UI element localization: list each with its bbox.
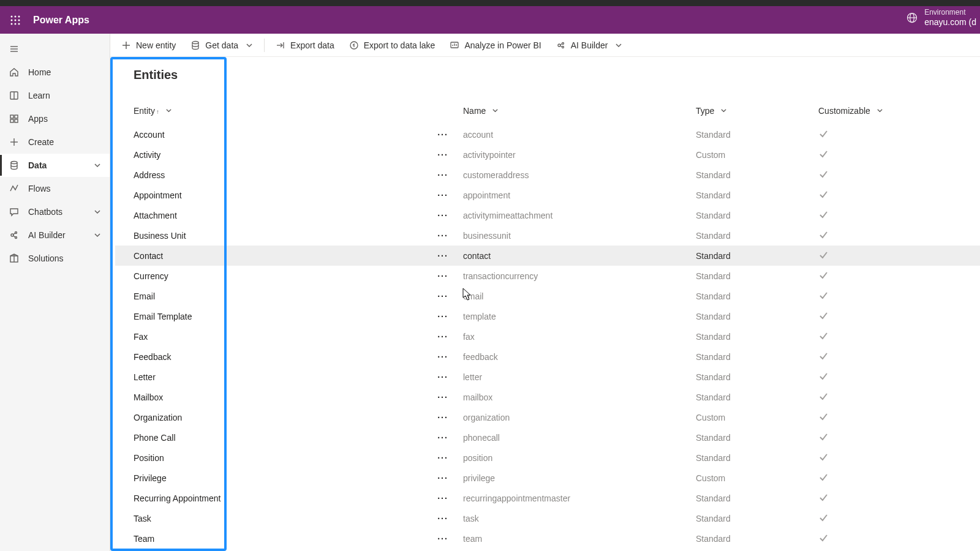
sidebar-item-learn[interactable]: Learn — [0, 84, 110, 107]
cell-name: appointment — [458, 185, 691, 205]
cell-customizable — [813, 508, 980, 528]
sidebar-item-hamburger[interactable] — [0, 37, 110, 61]
row-more-button[interactable]: ··· — [428, 427, 458, 448]
row-more-button[interactable]: ··· — [428, 347, 458, 367]
table-row[interactable]: Attachment···activitymimeattachmentStand… — [115, 205, 980, 225]
export-lake-button[interactable]: Export to data lake — [343, 35, 442, 56]
cell-name: task — [458, 508, 691, 528]
row-more-button[interactable]: ··· — [428, 528, 458, 549]
table-row[interactable]: Email Template···templateStandard — [115, 306, 980, 326]
sidebar-item-apps[interactable]: Apps — [0, 107, 110, 130]
cell-type: Standard — [691, 508, 813, 528]
get-data-button[interactable]: Get data — [184, 35, 259, 56]
column-name[interactable]: Name — [458, 100, 691, 124]
table-row[interactable]: Fax···faxStandard — [115, 326, 980, 347]
table-row[interactable]: Currency···transactioncurrencyStandard — [115, 266, 980, 286]
plus-icon — [9, 137, 20, 148]
row-more-button[interactable]: ··· — [428, 488, 458, 508]
row-more-button[interactable]: ··· — [428, 266, 458, 286]
table-row[interactable]: Contact···contactStandard — [115, 246, 980, 266]
table-row[interactable]: Activity···activitypointerCustom — [115, 144, 980, 165]
sidebar-item-create[interactable]: Create — [0, 130, 110, 154]
row-more-button[interactable]: ··· — [428, 144, 458, 165]
analyze-label: Analyze in Power BI — [464, 40, 541, 50]
row-more-button[interactable]: ··· — [428, 225, 458, 246]
table-row[interactable]: Position···positionStandard — [115, 448, 980, 468]
check-icon — [818, 411, 828, 421]
row-more-button[interactable]: ··· — [428, 185, 458, 205]
home-icon — [9, 67, 20, 78]
row-more-button[interactable]: ··· — [428, 448, 458, 468]
sidebar-item-flows[interactable]: Flows — [0, 177, 110, 200]
row-more-button[interactable]: ··· — [428, 124, 458, 144]
chart-icon — [450, 40, 459, 50]
row-more-button[interactable]: ··· — [428, 205, 458, 225]
svg-rect-19 — [10, 119, 13, 122]
row-more-button[interactable]: ··· — [428, 407, 458, 427]
row-more-button[interactable]: ··· — [428, 508, 458, 528]
sidebar-item-aibuilder[interactable]: AI Builder — [0, 223, 110, 247]
menu-icon — [9, 43, 20, 54]
svg-line-42 — [560, 43, 562, 45]
cell-customizable — [813, 286, 980, 306]
table-row[interactable]: Email···emailStandard — [115, 286, 980, 306]
sidebar-item-home[interactable]: Home — [0, 61, 110, 84]
environment-picker[interactable]: Environment enayu.com (d — [906, 9, 976, 27]
cell-customizable — [813, 427, 980, 448]
check-icon — [818, 472, 828, 482]
row-more-button[interactable]: ··· — [428, 165, 458, 185]
row-more-button[interactable]: ··· — [428, 468, 458, 488]
table-row[interactable]: Business Unit···businessunitStandard — [115, 225, 980, 246]
cell-entity: Letter — [115, 367, 428, 387]
sidebar-item-label: Apps — [28, 114, 48, 124]
cell-name: feedback — [458, 347, 691, 367]
waffle-button[interactable] — [5, 10, 26, 31]
row-more-button[interactable]: ··· — [428, 286, 458, 306]
check-icon — [818, 533, 828, 542]
get-data-label: Get data — [205, 40, 238, 50]
app-title: Power Apps — [33, 15, 89, 26]
row-more-button[interactable]: ··· — [428, 367, 458, 387]
row-more-button[interactable]: ··· — [428, 306, 458, 326]
cell-type: Standard — [691, 225, 813, 246]
analyze-powerbi-button[interactable]: Analyze in Power BI — [443, 35, 547, 56]
svg-point-39 — [558, 44, 560, 47]
table-row[interactable]: Privilege···privilegeCustom — [115, 468, 980, 488]
cell-entity: Activity — [115, 144, 428, 165]
new-entity-button[interactable]: New entity — [115, 35, 182, 56]
chevron-down-icon — [615, 42, 622, 49]
sidebar-item-chatbots[interactable]: Chatbots — [0, 200, 110, 223]
sidebar-item-solutions[interactable]: Solutions — [0, 247, 110, 270]
table-row[interactable]: Phone Call···phonecallStandard — [115, 427, 980, 448]
row-more-button[interactable]: ··· — [428, 326, 458, 347]
column-entity[interactable]: Entity↑ — [115, 100, 428, 124]
ai-icon — [9, 230, 20, 241]
table-row[interactable]: Address···customeraddressStandard — [115, 165, 980, 185]
svg-point-3 — [11, 19, 13, 21]
table-row[interactable]: Account···accountStandard — [115, 124, 980, 144]
table-row[interactable]: Task···taskStandard — [115, 508, 980, 528]
cell-name: letter — [458, 367, 691, 387]
sort-asc-icon: ↑ — [156, 108, 159, 115]
table-row[interactable]: Organization···organizationCustom — [115, 407, 980, 427]
row-more-button[interactable]: ··· — [428, 387, 458, 407]
check-icon — [818, 129, 828, 138]
check-icon — [818, 351, 828, 361]
table-row[interactable]: Mailbox···mailboxStandard — [115, 387, 980, 407]
table-row[interactable]: Team···teamStandard — [115, 528, 980, 549]
table-row[interactable]: Recurring Appointment···recurringappoint… — [115, 488, 980, 508]
column-type[interactable]: Type — [691, 100, 813, 124]
sidebar-item-data[interactable]: Data — [0, 154, 110, 177]
table-row[interactable]: Letter···letterStandard — [115, 367, 980, 387]
table-row[interactable]: Appointment···appointmentStandard — [115, 185, 980, 205]
svg-point-7 — [15, 23, 17, 24]
table-row[interactable]: Feedback···feedbackStandard — [115, 347, 980, 367]
cell-customizable — [813, 367, 980, 387]
row-more-button[interactable]: ··· — [428, 246, 458, 266]
cell-customizable — [813, 528, 980, 549]
cell-customizable — [813, 225, 980, 246]
column-customizable[interactable]: Customizable — [813, 100, 980, 124]
export-data-button[interactable]: Export data — [270, 35, 341, 56]
sidebar-item-label: Flows — [28, 184, 51, 193]
ai-builder-button[interactable]: AI Builder — [550, 35, 629, 56]
